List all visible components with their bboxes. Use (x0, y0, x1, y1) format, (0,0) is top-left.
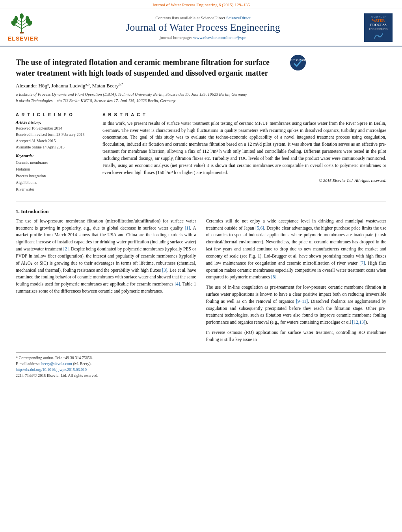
svg-rect-14 (20, 32, 24, 33)
info-abstract-section: A R T I C L E I N F O Article history: R… (16, 112, 386, 196)
body-col-left: The use of low-pressure membrane filtrat… (16, 218, 196, 347)
footnote-doi: http://dx.doi.org/10.1016/j.jwpe.2015.03… (16, 367, 386, 373)
body-p3: The use of in-line coagulation as pre-tr… (206, 284, 387, 326)
affiliation-b: b akvola Technologies – c/o TU Berlin KW… (16, 98, 386, 104)
keyword-2: Flotation (16, 166, 95, 172)
journal-header: ELSEVIER Contents lists available at Sci… (0, 9, 402, 46)
body-col-right: Ceramics still do not enjoy a wide accep… (206, 218, 387, 347)
email-link[interactable]: beery@akvola.com (41, 361, 72, 366)
svg-point-13 (20, 13, 24, 19)
footnote-email: E-mail address: beery@akvola.com (M. Bee… (16, 361, 386, 367)
keyword-5: River water (16, 186, 95, 193)
affiliation-a: a Institute of Process Dynamic and Plant… (16, 91, 386, 98)
svg-point-16 (290, 55, 306, 70)
journal-citation: Journal of Water Process Engineering 6 (… (152, 2, 249, 7)
header-center: Contents lists available at ScienceDirec… (43, 15, 363, 40)
article-title: The use of integrated flotation and cera… (16, 57, 284, 78)
body-p2: Ceramics still do not enjoy a wide accep… (206, 218, 387, 281)
journal-homepage: journal homepage: www.elsevier.com/locat… (43, 35, 363, 40)
keyword-1: Ceramic membranes (16, 159, 95, 166)
authors-line: Alexander Höga, Johanna Ludwiga,b, Matan… (16, 82, 386, 89)
sciencedirect-link[interactable]: ScienceDirect (226, 15, 251, 20)
footnote-section: * Corresponding author. Tel.: +49 30 314… (16, 352, 386, 378)
table-ref: Table (182, 282, 192, 286)
elsevier-wordmark: ELSEVIER (8, 35, 38, 42)
footnote-issn: 2214-7144/© 2015 Elsevier Ltd. All right… (16, 373, 386, 378)
keywords-section: Keywords: Ceramic membranes Flotation Pr… (16, 154, 95, 193)
top-bar: Journal of Water Process Engineering 6 (… (0, 0, 402, 9)
wpe-logo-box: JOURNAL OF WATER PROCESS ENGINEERING (363, 13, 394, 42)
article-info: A R T I C L E I N F O Article history: R… (16, 112, 95, 196)
abstract-section: A B S T R A C T In this work, we present… (102, 112, 386, 196)
affiliations: a Institute of Process Dynamic and Plant… (16, 91, 386, 104)
contents-line: Contents lists available at ScienceDirec… (43, 15, 363, 20)
section1-heading: 1. Introduction (16, 208, 386, 215)
crossmark-logo[interactable]: CrossMark (290, 54, 306, 72)
elsevier-logo: ELSEVIER (8, 13, 43, 42)
body-columns: The use of low-pressure membrane filtrat… (16, 218, 386, 347)
article-history: Article history: Received 16 September 2… (16, 120, 95, 150)
body-p4: In reverse osmosis (RO) applications for… (206, 329, 387, 343)
body-section: 1. Introduction The use of low-pressure … (16, 208, 386, 347)
body-p1: The use of low-pressure membrane filtrat… (16, 218, 196, 295)
copyright: © 2015 Elsevier Ltd. All rights reserved… (102, 178, 386, 183)
homepage-link[interactable]: www.elsevier.com/locate/jwpe (193, 35, 246, 40)
keyword-4: Algal blooms (16, 179, 95, 186)
keyword-3: Process integration (16, 172, 95, 179)
article-info-heading: A R T I C L E I N F O (16, 112, 95, 117)
doi-link[interactable]: http://dx.doi.org/10.1016/j.jwpe.2015.03… (16, 367, 87, 372)
divider-2 (16, 202, 386, 202)
divider-1 (16, 108, 386, 108)
wpe-logo: JOURNAL OF WATER PROCESS ENGINEERING (364, 13, 393, 42)
abstract-heading: A B S T R A C T (102, 112, 386, 117)
svg-text:CrossMark: CrossMark (290, 58, 306, 62)
title-area: The use of integrated flotation and cera… (16, 52, 386, 82)
footnote-corresponding: * Corresponding author. Tel.: +49 30 314… (16, 355, 386, 361)
article-container: The use of integrated flotation and cera… (0, 46, 402, 384)
journal-title: Journal of Water Process Engineering (43, 22, 363, 33)
abstract-text: In this work, we present results of surf… (102, 120, 386, 176)
